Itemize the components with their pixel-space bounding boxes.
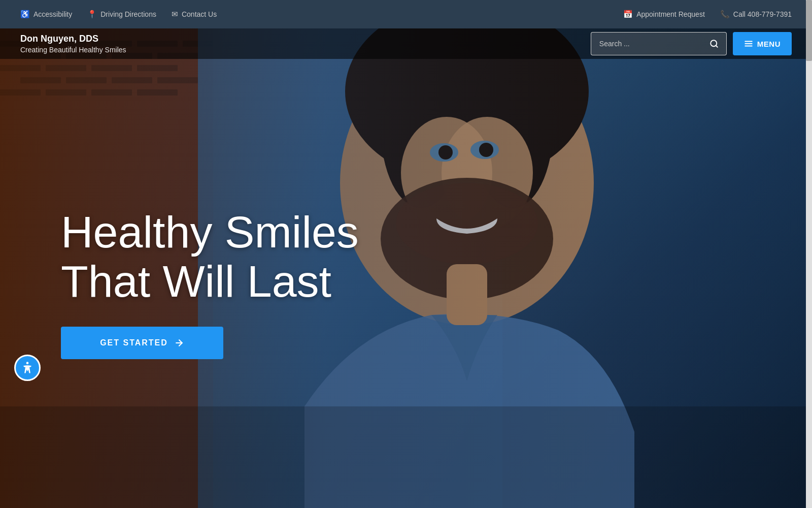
top-utility-bar: ♿ Accessibility 📍 Driving Directions ✉ C… (0, 0, 812, 28)
envelope-icon: ✉ (172, 10, 178, 19)
contact-label: Contact Us (182, 10, 217, 18)
phone-link[interactable]: 📞 Call 408-779-7391 (720, 10, 792, 19)
hero-headline-line2: That Will Last (61, 256, 331, 306)
top-bar-left: ♿ Accessibility 📍 Driving Directions ✉ C… (20, 10, 217, 19)
accessibility-label: Accessibility (33, 10, 72, 18)
hero-content: Healthy Smiles That Will Last GET STARTE… (0, 28, 812, 508)
header-controls: MENU (591, 32, 792, 55)
accessibility-button[interactable] (14, 355, 41, 381)
accessibility-link[interactable]: ♿ Accessibility (20, 10, 72, 19)
accessibility-icon: ♿ (20, 10, 30, 19)
scrollbar[interactable] (806, 0, 812, 508)
search-button[interactable] (702, 32, 727, 55)
directions-label: Driving Directions (100, 10, 156, 18)
hero-headline: Healthy Smiles That Will Last (61, 208, 416, 306)
site-header: Don Nguyen, DDS Creating Beautiful Healt… (0, 28, 812, 59)
arrow-right-icon (174, 338, 184, 348)
scrollbar-thumb[interactable] (806, 0, 812, 61)
cta-label: GET STARTED (100, 338, 168, 347)
contact-link[interactable]: ✉ Contact Us (172, 10, 217, 19)
get-started-button[interactable]: GET STARTED (61, 327, 223, 359)
appointment-link[interactable]: 📅 Appointment Request (623, 10, 705, 19)
phone-label: Call 408-779-7391 (733, 10, 792, 18)
svg-line-39 (716, 45, 718, 47)
site-branding: Don Nguyen, DDS Creating Beautiful Healt… (20, 33, 126, 54)
search-container (591, 32, 727, 55)
menu-button[interactable]: MENU (733, 32, 792, 55)
location-icon: 📍 (87, 10, 97, 19)
hamburger-icon (744, 39, 753, 48)
top-bar-right: 📅 Appointment Request 📞 Call 408-779-739… (623, 10, 792, 19)
appointment-label: Appointment Request (636, 10, 705, 18)
site-name: Don Nguyen, DDS (20, 33, 126, 45)
hero-headline-line1: Healthy Smiles (61, 207, 359, 257)
site-tagline: Creating Beautiful Healthy Smiles (20, 45, 126, 54)
hero-section: ♿ Accessibility 📍 Driving Directions ✉ C… (0, 0, 812, 508)
menu-label: MENU (757, 40, 781, 48)
search-icon (709, 39, 719, 48)
calendar-icon: 📅 (623, 10, 633, 19)
directions-link[interactable]: 📍 Driving Directions (87, 10, 156, 19)
search-input[interactable] (591, 32, 702, 55)
accessibility-icon (20, 361, 35, 375)
phone-icon: 📞 (720, 10, 730, 19)
svg-point-44 (26, 362, 29, 364)
